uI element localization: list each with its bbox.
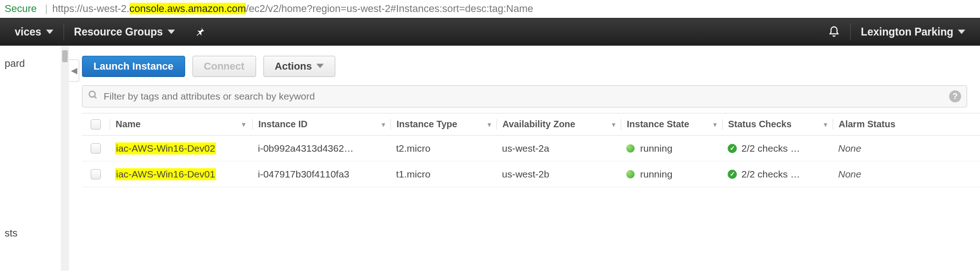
state-dot-icon xyxy=(626,144,635,153)
actions-button[interactable]: Actions xyxy=(263,56,336,77)
url-proto: https xyxy=(52,3,74,14)
nav-services[interactable]: vices xyxy=(5,18,64,45)
url-divider: | xyxy=(45,3,48,15)
secure-label: Secure xyxy=(5,3,37,15)
col-name[interactable]: Name▼ xyxy=(110,119,252,130)
search-icon xyxy=(88,90,98,103)
col-alarm-status[interactable]: Alarm Status xyxy=(833,119,916,130)
instance-name: iac-AWS-Win16-Dev02 xyxy=(115,142,216,154)
col-instance-state[interactable]: Instance State▾ xyxy=(621,119,722,130)
caret-down-icon xyxy=(316,60,324,72)
instances-table: Name▼ Instance ID▾ Instance Type▾ Availa… xyxy=(82,113,980,187)
status-checks: 2/2 checks … xyxy=(741,169,800,180)
action-bar: Launch Instance Connect Actions xyxy=(69,46,980,85)
sort-icon: ▾ xyxy=(488,121,491,128)
instance-state: running xyxy=(640,169,672,180)
url-path: /ec2/v2/home?region=us-west-2#Instances:… xyxy=(246,3,533,14)
nav-services-label: vices xyxy=(15,26,41,38)
nav-resource-groups[interactable]: Resource Groups xyxy=(64,18,185,45)
actions-button-label: Actions xyxy=(275,60,312,72)
nav-account[interactable]: Lexington Parking xyxy=(851,18,975,45)
instance-id: i-0b992a4313d4362… xyxy=(252,143,391,154)
help-icon[interactable]: ? xyxy=(949,90,961,102)
sort-icon: ▾ xyxy=(824,121,827,128)
alarm-status: None xyxy=(833,143,916,154)
sort-icon: ▾ xyxy=(382,121,385,128)
table-header: Name▼ Instance ID▾ Instance Type▾ Availa… xyxy=(82,113,980,136)
aws-top-nav: vices Resource Groups Lexington Parking xyxy=(0,18,980,46)
connect-button: Connect xyxy=(192,56,256,77)
url-sub: ://us-west-2. xyxy=(74,3,129,14)
instance-state: running xyxy=(640,143,672,154)
state-dot-icon xyxy=(626,170,635,178)
notifications-icon[interactable] xyxy=(818,18,850,45)
check-ok-icon: ✓ xyxy=(728,170,737,179)
caret-down-icon xyxy=(168,26,175,38)
filter-input[interactable] xyxy=(104,91,945,102)
alarm-status: None xyxy=(833,169,916,180)
launch-instance-button[interactable]: Launch Instance xyxy=(82,56,185,77)
availability-zone: us-west-2a xyxy=(496,143,621,154)
sidebar-scrollbar[interactable] xyxy=(61,46,69,271)
table-row[interactable]: iac-AWS-Win16-Dev02 i-0b992a4313d4362… t… xyxy=(82,136,980,161)
svg-line-1 xyxy=(94,96,97,99)
pin-icon[interactable] xyxy=(185,18,216,45)
left-sidebar: pard sts xyxy=(0,46,69,271)
nav-account-label: Lexington Parking xyxy=(861,26,953,38)
instance-type: t2.micro xyxy=(391,143,496,154)
col-instance-id[interactable]: Instance ID▾ xyxy=(252,119,391,130)
col-instance-type[interactable]: Instance Type▾ xyxy=(391,119,496,130)
row-checkbox[interactable] xyxy=(91,169,101,179)
col-availability-zone[interactable]: Availability Zone▾ xyxy=(496,119,621,130)
sort-icon: ▾ xyxy=(612,121,615,128)
url-text[interactable]: https://us-west-2.console.aws.amazon.com… xyxy=(52,3,533,15)
caret-down-icon xyxy=(958,26,965,38)
sort-icon: ▼ xyxy=(240,121,247,128)
sidebar-item[interactable]: pard xyxy=(0,55,69,72)
main-pane: ◀ Launch Instance Connect Actions ? Name… xyxy=(69,46,980,271)
collapse-sidebar-tab[interactable]: ◀ xyxy=(69,59,79,82)
instance-type: t1.micro xyxy=(391,169,496,180)
instance-id: i-047917b30f4110fa3 xyxy=(252,169,391,180)
availability-zone: us-west-2b xyxy=(496,169,621,180)
status-checks: 2/2 checks … xyxy=(741,143,800,154)
instance-name: iac-AWS-Win16-Dev01 xyxy=(115,168,216,180)
nav-resource-groups-label: Resource Groups xyxy=(74,26,163,38)
sort-icon: ▾ xyxy=(713,121,717,128)
check-ok-icon: ✓ xyxy=(728,144,737,153)
row-checkbox[interactable] xyxy=(91,143,101,154)
filter-bar[interactable]: ? xyxy=(82,85,967,107)
table-row[interactable]: iac-AWS-Win16-Dev01 i-047917b30f4110fa3 … xyxy=(82,161,980,187)
scrollbar-thumb[interactable] xyxy=(62,50,68,62)
browser-url-bar: Secure | https://us-west-2.console.aws.a… xyxy=(0,0,980,18)
sidebar-item[interactable]: sts xyxy=(0,225,69,242)
col-status-checks[interactable]: Status Checks▾ xyxy=(722,119,833,130)
caret-down-icon xyxy=(46,26,53,38)
select-all-checkbox[interactable] xyxy=(91,119,101,130)
url-host-highlight: console.aws.amazon.com xyxy=(129,3,246,14)
svg-point-0 xyxy=(89,91,95,97)
